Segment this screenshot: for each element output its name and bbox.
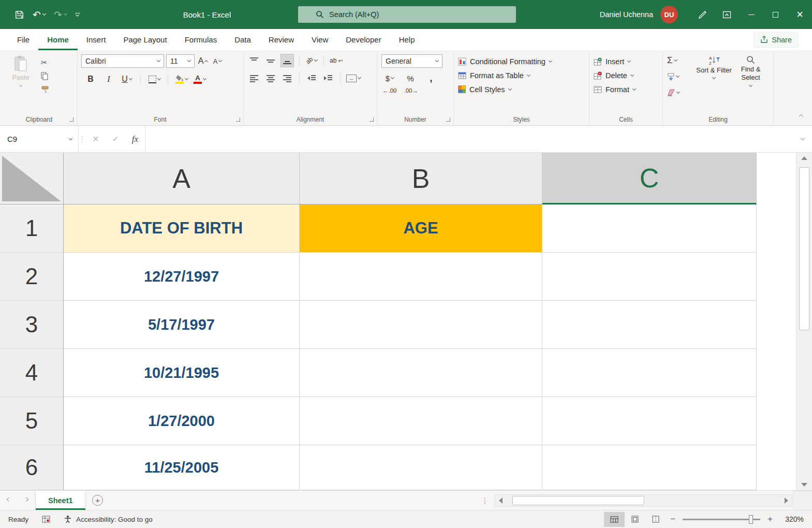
cell-A5[interactable]: 1/27/2000: [64, 397, 300, 445]
chevron-down-icon[interactable]: [42, 12, 46, 16]
page-break-preview-button[interactable]: [645, 512, 666, 527]
tab-view[interactable]: View: [303, 29, 337, 50]
accounting-format-button[interactable]: $: [383, 72, 396, 84]
align-right-button[interactable]: [281, 72, 293, 84]
center-button[interactable]: [264, 72, 277, 84]
minimize-button[interactable]: [739, 0, 763, 29]
inking-button[interactable]: [690, 0, 715, 29]
horizontal-scroll-track[interactable]: [506, 495, 780, 506]
comma-style-button[interactable]: ,: [425, 72, 437, 84]
underline-button[interactable]: U: [121, 73, 133, 85]
zoom-slider[interactable]: [683, 519, 760, 520]
clear-button[interactable]: [667, 86, 696, 99]
cell-A3[interactable]: 5/17/1997: [64, 301, 300, 349]
row-header-2[interactable]: 2: [0, 253, 64, 301]
zoom-slider-handle[interactable]: [749, 515, 753, 524]
sort-filter-button[interactable]: AZ Sort & Filter: [696, 54, 732, 79]
align-left-button[interactable]: [248, 72, 260, 84]
tab-formulas[interactable]: Formulas: [176, 29, 226, 50]
previous-sheet-button[interactable]: [0, 491, 18, 510]
select-all-corner[interactable]: [0, 153, 64, 204]
cell-A6[interactable]: 11/25/2005: [64, 445, 300, 490]
tab-help[interactable]: Help: [390, 29, 424, 50]
cell-A4[interactable]: 10/21/1995: [64, 349, 300, 397]
undo-button[interactable]: ↶: [33, 10, 46, 20]
accessibility-status[interactable]: Accessibility: Good to go: [64, 515, 153, 523]
cell-B6[interactable]: [300, 445, 542, 490]
format-cells-button[interactable]: Format: [594, 82, 658, 96]
cut-button[interactable]: ✂: [41, 58, 49, 66]
bold-button[interactable]: B: [84, 73, 97, 85]
zoom-in-button[interactable]: +: [763, 514, 777, 524]
italic-button[interactable]: I: [102, 73, 115, 85]
dialog-launcher-icon[interactable]: [370, 118, 374, 122]
collapse-ribbon-button[interactable]: [800, 111, 803, 120]
avatar[interactable]: DU: [660, 6, 678, 23]
tab-bar-resize-handle[interactable]: ⋮: [481, 491, 489, 510]
enter-button[interactable]: ✓: [106, 126, 125, 152]
bottom-align-button[interactable]: [281, 54, 293, 67]
horizontal-scrollbar[interactable]: [494, 494, 792, 507]
tab-file[interactable]: File: [8, 29, 38, 50]
top-align-button[interactable]: [248, 54, 260, 67]
cell-B5[interactable]: [300, 397, 542, 445]
row-header-6[interactable]: 6: [0, 445, 64, 490]
cell-C3[interactable]: [542, 301, 757, 349]
cell-C2[interactable]: [542, 253, 757, 301]
cell-styles-button[interactable]: Cell Styles: [458, 82, 585, 96]
page-layout-view-button[interactable]: [625, 512, 645, 527]
dialog-launcher-icon[interactable]: [446, 118, 450, 122]
namebox-resize-handle[interactable]: ⋮: [79, 126, 86, 152]
cell-B3[interactable]: [300, 301, 542, 349]
cell-B1[interactable]: AGE: [300, 204, 542, 253]
normal-view-button[interactable]: [604, 512, 625, 527]
autosum-button[interactable]: Σ: [667, 54, 696, 67]
percent-style-button[interactable]: %: [404, 72, 417, 84]
orientation-button[interactable]: ab: [305, 54, 318, 67]
save-button[interactable]: [14, 10, 24, 20]
row-header-5[interactable]: 5: [0, 397, 64, 445]
decrease-font-size-button[interactable]: A: [211, 55, 224, 67]
scroll-right-button[interactable]: [780, 495, 792, 506]
scroll-left-button[interactable]: [495, 495, 506, 506]
increase-font-size-button[interactable]: A: [197, 55, 209, 67]
column-header-A[interactable]: A: [64, 153, 300, 204]
vertical-scrollbar[interactable]: [796, 153, 812, 490]
delete-cells-button[interactable]: Delete: [594, 68, 658, 82]
row-header-1[interactable]: 1: [0, 204, 64, 253]
insert-function-button[interactable]: fx: [125, 126, 145, 152]
fill-color-button[interactable]: [175, 73, 188, 85]
scroll-up-button[interactable]: [796, 156, 812, 160]
user-name[interactable]: Daniel Uchenna: [600, 10, 653, 19]
paste-button[interactable]: Paste: [6, 54, 36, 86]
decrease-indent-button[interactable]: [305, 72, 318, 84]
tab-insert[interactable]: Insert: [78, 29, 115, 50]
fill-button[interactable]: [667, 70, 696, 83]
increase-decimal-button[interactable]: ←.00: [382, 87, 397, 94]
expand-formula-bar-button[interactable]: [793, 126, 812, 152]
number-format-combobox[interactable]: General: [381, 54, 442, 68]
formula-input[interactable]: [145, 126, 793, 152]
font-size-combobox[interactable]: 11: [166, 54, 195, 68]
cell-A2[interactable]: 12/27/1997: [64, 253, 300, 301]
search-box[interactable]: Search (Alt+Q): [298, 6, 516, 23]
cell-C6[interactable]: [542, 445, 757, 490]
ribbon-display-options-button[interactable]: [715, 0, 739, 29]
row-header-4[interactable]: 4: [0, 349, 64, 397]
conditional-formatting-button[interactable]: Conditional Formatting: [458, 54, 585, 68]
name-box[interactable]: C9: [0, 126, 79, 152]
redo-button[interactable]: ↷: [54, 10, 67, 20]
font-name-combobox[interactable]: Calibri: [81, 54, 164, 68]
tab-data[interactable]: Data: [226, 29, 260, 50]
row-header-3[interactable]: 3: [0, 301, 64, 349]
tab-home[interactable]: Home: [38, 29, 78, 50]
dialog-launcher-icon[interactable]: [69, 118, 73, 122]
format-painter-icon[interactable]: [41, 86, 49, 94]
horizontal-scroll-thumb[interactable]: [512, 496, 644, 505]
dialog-launcher-icon[interactable]: [236, 118, 240, 122]
copy-icon[interactable]: [41, 72, 48, 80]
column-header-C[interactable]: C: [542, 153, 757, 204]
middle-align-button[interactable]: [264, 54, 277, 67]
borders-button[interactable]: [148, 73, 160, 85]
font-color-button[interactable]: A: [194, 73, 206, 85]
